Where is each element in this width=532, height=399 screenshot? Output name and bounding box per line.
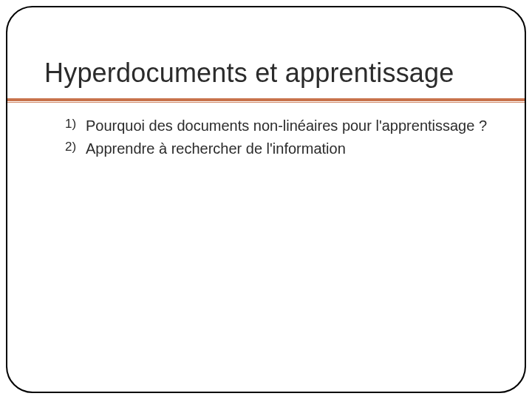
slide-frame: Hyperdocuments et apprentissage Pourquoi… (6, 6, 526, 393)
slide-title: Hyperdocuments et apprentissage (44, 58, 488, 88)
list-item: Apprendre à rechercher de l'information (65, 139, 488, 159)
list-item: Pourquoi des documents non-linéaires pou… (65, 116, 488, 136)
title-divider (7, 98, 525, 103)
numbered-list: Pourquoi des documents non-linéaires pou… (44, 116, 488, 159)
slide-content: Hyperdocuments et apprentissage Pourquoi… (7, 7, 525, 159)
